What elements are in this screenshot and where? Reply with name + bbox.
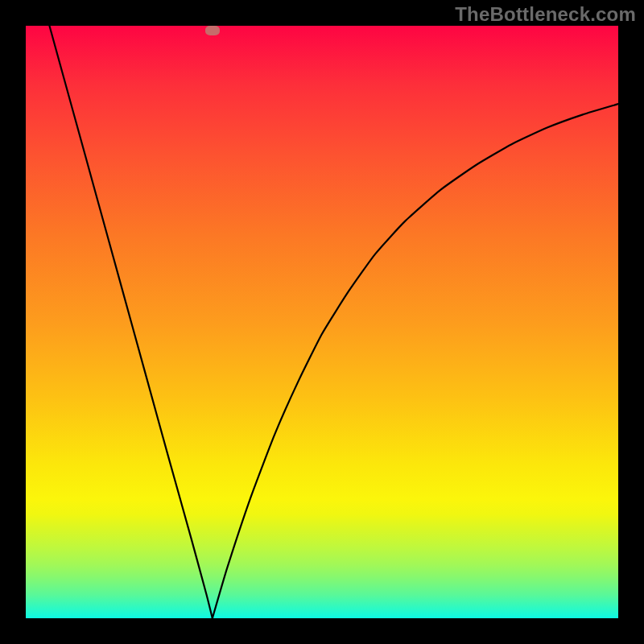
curve-layer: [26, 26, 618, 618]
watermark-label: TheBottleneck.com: [455, 3, 636, 26]
curve-right-branch: [213, 104, 618, 618]
chart-container: TheBottleneck.com: [0, 0, 644, 644]
curve-left-branch: [49, 26, 212, 618]
